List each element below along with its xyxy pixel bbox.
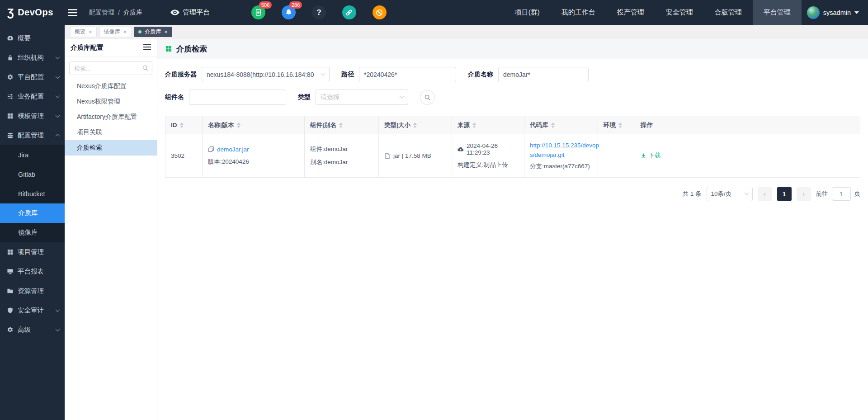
sidebar-item-organization[interactable]: 组织机构 [0,48,65,67]
col-header-env[interactable]: 环境 [598,116,635,134]
download-link[interactable]: 下载 [641,151,660,160]
chevron-down-icon [56,74,60,79]
main-content: 介质检索 介质服务器 nexus184-8088(http://10.16.16… [157,39,868,420]
next-page-button[interactable]: › [797,187,811,201]
chevron-up-icon [56,134,60,138]
col-header-source[interactable]: 来源 [452,116,524,134]
sidebar-item-resource-mgmt[interactable]: 资源管理 [0,281,65,301]
nav-item-my-workbench[interactable]: 我的工作台 [551,0,606,25]
chevron-down-icon [56,55,60,59]
tasks-button[interactable]: 506 [251,5,265,19]
nav-item-production[interactable]: 投产管理 [606,0,655,25]
sidebar-item-project-mgmt[interactable]: 项目管理 [0,242,65,262]
current-page-button[interactable]: 1 [777,187,792,201]
panel-title: 介质库配置 [71,43,104,52]
close-icon[interactable]: × [164,29,168,35]
breadcrumb-parent[interactable]: 配置管理 [89,9,114,17]
sort-icon[interactable] [618,123,622,128]
sidebar-item-business-config[interactable]: 业务配置 [0,87,65,106]
tab-artifact-repo[interactable]: 介质库 × [134,27,172,37]
config-mgmt-submenu: Jira Gitlab Bitbucket 介质库 镜像库 [0,145,65,242]
sidebar-item-overview[interactable]: 概要 [0,28,65,48]
component-input[interactable] [194,90,281,104]
active-tab-dot-icon [138,30,142,33]
sidebar-item-gitlab[interactable]: Gitlab [0,165,65,184]
file-icon [384,153,391,159]
table-row: 3502 demoJar.jar 版本:20240426 [165,134,860,178]
panel-collapse-icon[interactable] [143,44,151,52]
cell-repo: http://10.15.15.235/devop s/demojar.git … [524,134,598,178]
sidebar-item-config-mgmt[interactable]: 配置管理 [0,126,65,145]
sort-icon[interactable] [551,123,555,128]
notifications-button[interactable]: 286 [282,5,296,19]
platform-switcher[interactable]: 管理平台 [170,8,210,17]
artifact-name-input[interactable] [503,67,584,82]
nav-item-projects[interactable]: 项目(群) [504,0,551,25]
sort-icon[interactable] [237,123,241,128]
panel-item-artifactory-config[interactable]: Artifactory介质库配置 [65,109,157,125]
tab-image-repo[interactable]: 镜像库 × [99,27,132,37]
server-select[interactable]: nexus184-8088(http://10.16.16.184:80 [202,67,330,82]
col-header-component-alias[interactable]: 组件|别名 [305,116,379,134]
sort-icon[interactable] [339,123,343,128]
close-icon[interactable]: × [89,29,92,35]
user-caret-icon [854,11,859,14]
monitor-icon [6,268,14,275]
sidebar-item-platform-config[interactable]: 平台配置 [0,67,65,87]
panel-search-input[interactable] [69,61,152,75]
help-button[interactable]: ? [312,5,326,19]
download-icon [641,153,646,159]
panel-item-project-link[interactable]: 项目关联 [65,125,157,140]
col-header-type-size[interactable]: 类型|大小 [379,116,452,134]
sidebar-item-security-audit[interactable]: 安全审计 [0,301,65,320]
lock-icon [6,54,14,61]
sidebar-item-jira[interactable]: Jira [0,145,65,165]
gear-icon [6,326,14,333]
link-share-button[interactable] [342,5,356,19]
app-logo: Ʒ DevOps [0,7,65,18]
path-input[interactable] [364,67,451,82]
nav-item-security[interactable]: 安全管理 [655,0,704,25]
sidebar-item-bitbucket[interactable]: Bitbucket [0,184,65,203]
sidebar-item-template-mgmt[interactable]: 模板管理 [0,106,65,126]
page-size-select[interactable]: 10条/页 [707,187,753,201]
sidebar-item-image-repo[interactable]: 镜像库 [0,223,65,242]
copy-icon[interactable] [208,146,214,152]
results-table: ID 名称|版本 组件|别名 类型|大小 来源 代码库 环境 操作 [165,116,860,178]
col-header-repo[interactable]: 代码库 [524,116,598,134]
cloud-upload-icon [458,146,464,152]
main-sidebar: 概要 组织机构 平台配置 业务配置 模板管理 配置管理 Jira [0,25,65,420]
user-menu[interactable]: sysadmin [802,6,868,19]
page-title: 介质检索 [176,44,207,54]
sort-icon[interactable] [180,123,184,128]
prev-page-button[interactable]: ‹ [758,187,772,201]
sidebar-item-advanced[interactable]: 高级 [0,320,65,340]
col-header-name-version[interactable]: 名称|版本 [203,116,305,134]
breadcrumb-separator: / [118,9,120,16]
col-header-id[interactable]: ID [165,116,203,134]
nav-item-platform-admin[interactable]: 平台管理 [753,0,802,25]
close-icon[interactable]: × [123,29,127,35]
repo-branch: 分支:master(a77c667) [530,161,592,171]
sidebar-item-platform-reports[interactable]: 平台报表 [0,262,65,281]
panel-item-nexus-permissions[interactable]: Nexus权限管理 [65,94,157,109]
type-select[interactable]: 请选择 [316,90,408,105]
chevron-down-icon [56,307,60,312]
sort-icon[interactable] [413,123,417,128]
goto-suffix: 页 [854,190,861,198]
panel-item-artifact-search[interactable]: 介质检索 [65,140,157,156]
menu-toggle-icon[interactable] [68,9,77,16]
blocked-button[interactable] [373,5,387,19]
repo-link[interactable]: http://10.15.15.235/devop s/demojar.git [530,141,592,160]
search-button[interactable] [420,90,435,105]
nav-item-version-merge[interactable]: 合版管理 [704,0,753,25]
chevron-down-icon [56,327,60,331]
panel-item-nexus-config[interactable]: Nexus介质库配置 [65,79,157,94]
artifact-name-link[interactable]: demoJar.jar [217,146,249,153]
goto-page-input[interactable] [832,187,851,201]
tab-overview[interactable]: 概要 × [70,27,97,37]
notifications-badge: 286 [289,1,302,9]
component-label: 组件名 [165,93,184,101]
sidebar-item-artifact-repo[interactable]: 介质库 [0,203,65,223]
sort-icon[interactable] [472,123,476,128]
